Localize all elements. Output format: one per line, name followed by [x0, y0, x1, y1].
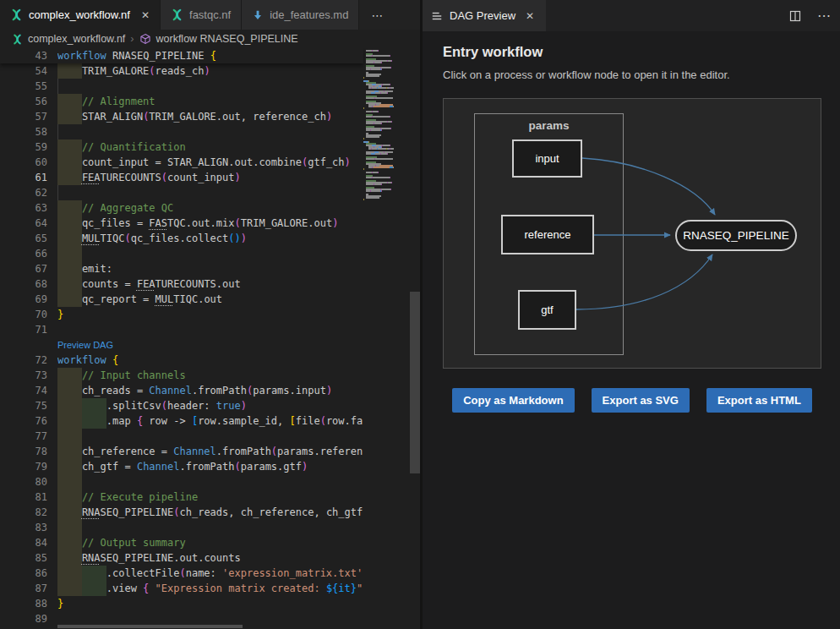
- code-line-content[interactable]: [57, 79, 363, 94]
- code-line[interactable]: 75.splitCsv(header: true): [0, 398, 363, 413]
- code-line-content[interactable]: // Quantification: [57, 139, 363, 155]
- code-line-content[interactable]: }: [57, 307, 363, 322]
- code-line-content[interactable]: // Aggregate QC: [57, 200, 363, 216]
- code-line[interactable]: 67emit:: [0, 261, 363, 276]
- code-line-content[interactable]: .splitCsv(header: true): [57, 398, 363, 413]
- code-line-content[interactable]: STAR_ALIGN(TRIM_GALORE.out, reference_ch…: [57, 109, 363, 124]
- line-number[interactable]: 61: [0, 170, 47, 185]
- dag-node-rnaseq-pipeline[interactable]: RNASEQ_PIPELINE: [675, 220, 797, 251]
- code-line[interactable]: 83: [0, 520, 363, 535]
- split-editor-icon[interactable]: [781, 0, 810, 31]
- line-number[interactable]: 73: [0, 368, 47, 383]
- code-line[interactable]: 56// Alignment: [0, 94, 363, 109]
- more-tabs-icon[interactable]: ⋯: [359, 0, 396, 30]
- code-line-content[interactable]: [57, 322, 363, 337]
- breadcrumb-symbol[interactable]: workflow RNASEQ_PIPELINE: [156, 33, 298, 45]
- code-line[interactable]: 73// Input channels: [0, 368, 363, 383]
- code-line[interactable]: 77: [0, 429, 363, 444]
- code-line[interactable]: 74ch_reads = Channel.fromPath(params.inp…: [0, 383, 363, 398]
- line-number[interactable]: 58: [0, 124, 47, 139]
- code-line[interactable]: 65MULTIQC(qc_files.collect()): [0, 231, 363, 246]
- line-number[interactable]: 57: [0, 109, 47, 124]
- code-line[interactable]: 78ch_reference = Channel.fromPath(params…: [0, 444, 363, 459]
- code-line[interactable]: 88}: [0, 596, 363, 611]
- vertical-scrollbar[interactable]: [410, 48, 420, 629]
- code-line-content[interactable]: counts = FEATURECOUNTS.out: [57, 276, 363, 292]
- code-line[interactable]: 61FEATURECOUNTS(count_input): [0, 170, 363, 185]
- code-line[interactable]: 71: [0, 322, 363, 337]
- line-number[interactable]: 56: [0, 94, 47, 109]
- line-number[interactable]: 60: [0, 155, 47, 170]
- code-line[interactable]: 69qc_report = MULTIQC.out: [0, 292, 363, 307]
- tab-ide-features[interactable]: ide_features.md: [242, 0, 359, 30]
- line-number[interactable]: 82: [0, 505, 47, 520]
- line-number[interactable]: 89: [0, 611, 47, 626]
- dag-node-gtf[interactable]: gtf: [518, 290, 576, 330]
- code-line-content[interactable]: TRIM_GALORE(reads_ch): [57, 63, 363, 79]
- code-line[interactable]: 76.map { row -> [row.sample_id, [file(ro…: [0, 413, 363, 429]
- code-line-content[interactable]: // Alignment: [57, 94, 363, 109]
- vertical-scrollbar-thumb[interactable]: [410, 292, 420, 473]
- line-number[interactable]: 65: [0, 231, 47, 246]
- line-number[interactable]: 63: [0, 200, 47, 216]
- code-line[interactable]: 82RNASEQ_PIPELINE(ch_reads, ch_reference…: [0, 505, 363, 520]
- tab-fastqc[interactable]: fastqc.nf: [161, 0, 242, 30]
- code-line-content[interactable]: [57, 520, 363, 535]
- code-line-content[interactable]: // Input channels: [57, 368, 363, 383]
- line-number[interactable]: 81: [0, 490, 47, 505]
- code-line[interactable]: 63// Aggregate QC: [0, 200, 363, 216]
- code-line-content[interactable]: FEATURECOUNTS(count_input): [57, 170, 363, 185]
- line-number[interactable]: 79: [0, 459, 47, 474]
- breadcrumb-file[interactable]: complex_workflow.nf: [28, 33, 125, 45]
- code-line-content[interactable]: RNASEQ_PIPELINE.out.counts: [57, 550, 363, 566]
- code-line[interactable]: 60count_input = STAR_ALIGN.out.combine(g…: [0, 155, 363, 170]
- code-line-content[interactable]: ch_reads = Channel.fromPath(params.input…: [57, 383, 363, 398]
- code-line-content[interactable]: [57, 185, 363, 200]
- code-line-content[interactable]: workflow RNASEQ_PIPELINE {: [57, 48, 363, 63]
- code-line-content[interactable]: qc_files = FASTQC.out.mix(TRIM_GALORE.ou…: [57, 216, 363, 231]
- line-number[interactable]: 78: [0, 444, 47, 459]
- line-number[interactable]: 88: [0, 596, 47, 611]
- code-line-content[interactable]: [57, 124, 363, 139]
- panel-close-icon[interactable]: ✕: [526, 10, 534, 22]
- line-number[interactable]: 59: [0, 139, 47, 155]
- code-line[interactable]: 72workflow {: [0, 353, 363, 368]
- code-line-content[interactable]: workflow {: [57, 353, 363, 368]
- code-line-content[interactable]: count_input = STAR_ALIGN.out.combine(gtf…: [57, 155, 363, 170]
- codelens-preview-dag-link[interactable]: Preview DAG: [57, 340, 113, 350]
- line-number[interactable]: 77: [0, 429, 47, 444]
- code-line[interactable]: 57STAR_ALIGN(TRIM_GALORE.out, reference_…: [0, 109, 363, 124]
- dag-node-reference[interactable]: reference: [501, 215, 594, 254]
- code-editor[interactable]: 43workflow RNASEQ_PIPELINE { 54TRIM_GALO…: [0, 48, 420, 629]
- code-line-content[interactable]: .map { row -> [row.sample_id, [file(row.…: [57, 413, 363, 429]
- line-number[interactable]: 69: [0, 292, 47, 307]
- code-line-content[interactable]: MULTIQC(qc_files.collect()): [57, 231, 363, 246]
- tab-dag-preview[interactable]: DAG Preview ✕: [423, 0, 546, 31]
- line-number[interactable]: 71: [0, 322, 47, 337]
- sticky-scroll-line[interactable]: 43workflow RNASEQ_PIPELINE {: [0, 48, 363, 63]
- line-number[interactable]: 85: [0, 550, 47, 566]
- tab-complex-workflow[interactable]: complex_workflow.nf ✕: [0, 0, 161, 30]
- export-as-svg-button[interactable]: Export as SVG: [592, 388, 690, 413]
- code-line[interactable]: 84// Output summary: [0, 535, 363, 550]
- line-number[interactable]: 86: [0, 566, 47, 581]
- line-number[interactable]: 70: [0, 307, 47, 322]
- line-number[interactable]: 76: [0, 413, 47, 429]
- horizontal-scrollbar-thumb[interactable]: [57, 625, 243, 628]
- line-number[interactable]: 43: [0, 48, 47, 63]
- code-line-content[interactable]: }: [57, 596, 363, 611]
- code-line-content[interactable]: RNASEQ_PIPELINE(ch_reads, ch_reference, …: [57, 505, 363, 520]
- code-line[interactable]: 54TRIM_GALORE(reads_ch): [0, 63, 363, 79]
- code-line-content[interactable]: ch_gtf = Channel.fromPath(params.gtf): [57, 459, 363, 474]
- code-line[interactable]: 70}: [0, 307, 363, 322]
- line-number[interactable]: 87: [0, 581, 47, 596]
- line-number[interactable]: 84: [0, 535, 47, 550]
- tab-close-icon[interactable]: ✕: [141, 9, 150, 21]
- code-line-content[interactable]: .view { "Expression matrix created: ${it…: [57, 581, 363, 596]
- code-line[interactable]: 59// Quantification: [0, 139, 363, 155]
- code-line-content[interactable]: // Execute pipeline: [57, 490, 363, 505]
- line-number[interactable]: 72: [0, 353, 47, 368]
- line-number[interactable]: 75: [0, 398, 47, 413]
- code-line[interactable]: 85RNASEQ_PIPELINE.out.counts: [0, 550, 363, 566]
- copy-as-markdown-button[interactable]: Copy as Markdown: [452, 388, 574, 413]
